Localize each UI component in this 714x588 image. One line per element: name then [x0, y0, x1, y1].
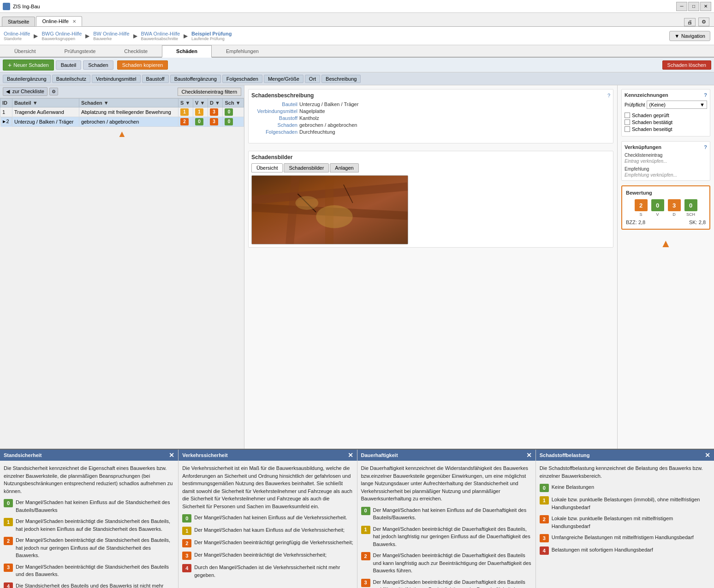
tab-startseite[interactable]: Startseite [2, 17, 35, 26]
baustoff-button[interactable]: Baustoff [142, 75, 169, 83]
breadcrumb-active: Beispiel Prüfung Laufende Prüfung [191, 31, 232, 41]
minimize-button[interactable]: ─ [676, 2, 687, 11]
list-item: 1 Der Mangel/Schaden beeinträchtigt die … [4, 517, 174, 533]
help-icon-schaden[interactable]: ? [607, 93, 610, 98]
bewertung-footer: BZZ: 2,8 SK: 2,8 [626, 220, 706, 225]
badge-4: 4 [4, 582, 13, 588]
section-title-schaden: Schadensbeschreibung [251, 92, 314, 99]
help-icon-kennz[interactable]: ? [704, 92, 707, 98]
badge-1: 1 [361, 526, 370, 534]
close-button[interactable]: ✕ [700, 2, 711, 11]
filter-button[interactable]: Checklisteneintrag filtern [178, 88, 241, 96]
print-button[interactable]: 🖨 [684, 18, 696, 26]
pruefpflicht-select[interactable]: (Keine) ▼ [647, 101, 707, 109]
breadcrumb-bw[interactable]: BW Online-Hilfe Bauwerke [93, 31, 129, 41]
damage-table: ID Bauteil ▼ Schaden ▼ S ▼ V ▼ D ▼ Sc [0, 98, 244, 127]
table-row[interactable]: 1 Tragende Außenwand Abplatzung mit frei… [0, 107, 244, 117]
breadcrumb-arrow-2: ▶ [85, 33, 89, 39]
field-row-bauteil: Bauteil Unterzug / Balken / Träger [251, 101, 610, 107]
score-d: 3 D [668, 199, 681, 217]
folgeschaden-value: Durchfeuchtung [299, 129, 335, 135]
panel-verkehrssicherheit-content: Die Verkehrssicherheit ist ein Maß für d… [178, 461, 357, 588]
score-v-label: V [656, 212, 659, 217]
tab-ubersicht-img[interactable]: Übersicht [251, 163, 283, 172]
badge-0: 0 [361, 507, 370, 515]
folgeschaden-button[interactable]: Folgeschaden [222, 75, 262, 83]
badge-2: 2 [361, 552, 370, 560]
verbindungsmittel-value: Nagelplatte [299, 108, 325, 114]
maximize-button[interactable]: □ [688, 2, 699, 11]
col-header-sch: Sch ▼ [223, 99, 244, 107]
checkbox-beseitigt-input[interactable] [625, 126, 630, 132]
help-icon-verk[interactable]: ? [704, 144, 707, 150]
schaden-tab-button[interactable]: Schaden [83, 60, 113, 70]
settings-button[interactable]: ⚙ [698, 18, 709, 26]
bewertung-arrow-up: ▲ [621, 237, 710, 250]
delete-damage-button[interactable]: Schaden löschen [662, 60, 711, 70]
panel-verkehrssicherheit-header: Verkehrssicherheit ✕ [178, 450, 357, 461]
badge-3: 3 [540, 534, 549, 542]
tab-checkliste[interactable]: Checkliste [110, 45, 162, 57]
left-panel-toolbar: ◀ zur Checkliste ⚙ Checklisteneintrag fi… [0, 85, 244, 98]
tab-schaden[interactable]: Schäden [162, 45, 212, 58]
new-damage-button[interactable]: + Neuer Schaden [3, 59, 54, 71]
tab-prufungstexte[interactable]: Prüfungstexte [50, 45, 110, 57]
tab-schadensbilder-img[interactable]: Schadensbilder [284, 163, 329, 172]
score-d-label: D [672, 212, 676, 217]
breadcrumb-bwg[interactable]: BWG Online-Hilfe Bauwerksgruppen [42, 31, 82, 41]
badge-1: 1 [182, 527, 191, 535]
checkbox-gepruft: Schaden geprüft [625, 113, 707, 118]
schadstoffbelastung-intro: Die Schadstoffbelastung kennzeichnet die… [540, 464, 710, 480]
breadcrumb-bwa[interactable]: BWA Online-Hilfe Bauwerksabschnitte [141, 31, 180, 41]
score-d-badge: 3 [668, 199, 681, 211]
tab-anlagen-img[interactable]: Anlagen [330, 163, 358, 172]
bauteilerganzung-button[interactable]: Bauteilergänzung [3, 75, 51, 83]
verknupfungen-section: Verknüpfungen ? Checklisteneintrag Eintr… [621, 141, 710, 181]
panel-verkehrssicherheit: Verkehrssicherheit ✕ Die Verkehrssicherh… [178, 450, 357, 588]
list-item: 0 Der Mangel/Schaden hat keinen Einfluss… [182, 514, 353, 523]
sk-value: SK: 2,8 [689, 220, 706, 225]
app-title: ZIS Ing-Bau [13, 4, 40, 9]
menge-grosse-button[interactable]: Menge/Größe [264, 75, 303, 83]
baustofferganzung-button[interactable]: Baustoffergänzung [170, 75, 221, 83]
table-row[interactable]: ▶ 2 Unterzug / Balken / Träger gebrochen… [0, 117, 244, 127]
verbindungsmittel-button[interactable]: Verbindungsmittel [92, 75, 140, 83]
panel-verkehrssicherheit-close[interactable]: ✕ [348, 451, 353, 459]
copy-damage-button[interactable]: Schaden kopieren [117, 60, 168, 70]
score-v: 0 V [651, 199, 664, 217]
beschreibung-button[interactable]: Beschreibung [321, 75, 361, 83]
checklist-placeholder[interactable]: Eintrag verknüpfen... [625, 159, 707, 164]
breadcrumb-online-hilfe[interactable]: Online-Hilfe Standorte [4, 31, 30, 41]
list-item: 1 Lokale bzw. punktuelle Belastungen (im… [540, 496, 710, 511]
checkbox-bestatigt-input[interactable] [625, 119, 630, 125]
section-title-bilder: Schadensbilder [251, 154, 292, 160]
section-tabs: Übersicht Prüfungstexte Checkliste Schäd… [0, 45, 714, 58]
tab-close-icon[interactable]: ✕ [72, 19, 76, 24]
ort-button[interactable]: Ort [305, 75, 320, 83]
panel-dauerhaftigkeit-close[interactable]: ✕ [526, 451, 532, 459]
key-fields: Bauteil Unterzug / Balken / Träger Verbi… [251, 101, 610, 135]
bauteilschutz-button[interactable]: Bauteilschutz [52, 75, 90, 83]
panel-standsicherheit-close[interactable]: ✕ [169, 451, 174, 459]
list-item: 2 Der Mangel/Schaden beeinträchtigt die … [361, 552, 532, 575]
badge-3: 3 [361, 579, 370, 587]
empfehlung-placeholder[interactable]: Empfehlung verknüpfen... [625, 172, 707, 178]
schadensbeschreibung-section: Schadensbeschreibung ? Bauteil Unterzug … [248, 89, 613, 143]
tab-ubersicht[interactable]: Übersicht [0, 45, 50, 57]
list-item: 3 Der Mangel/Schaden beeinträchtigt die … [361, 578, 532, 588]
tab-online-hilfe[interactable]: Online-Hilfe ✕ [36, 16, 82, 26]
score-s-badge: 2 [635, 199, 648, 211]
checkbox-gepruft-input[interactable] [625, 113, 630, 118]
tab-empfehlungen[interactable]: Empfehlungen [212, 45, 273, 57]
navigation-button[interactable]: ▼ Navigation [669, 31, 710, 41]
bauteil-tab-button[interactable]: Bauteil [56, 60, 82, 70]
pruefpflicht-row: Prüfpflicht (Keine) ▼ [625, 101, 707, 109]
panel-schadstoffbelastung-close[interactable]: ✕ [705, 451, 710, 459]
damage-image-svg [252, 175, 408, 244]
settings-icon-button[interactable]: ⚙ [49, 88, 58, 95]
back-to-checklist-button[interactable]: ◀ zur Checkliste [3, 87, 48, 96]
sub-toolbar: Bauteilergänzung Bauteilschutz Verbindun… [0, 72, 714, 85]
breadcrumb-arrow-4: ▶ [184, 33, 188, 39]
cell-v: 0 [193, 117, 208, 127]
cell-id: ▶ 2 [0, 117, 12, 125]
